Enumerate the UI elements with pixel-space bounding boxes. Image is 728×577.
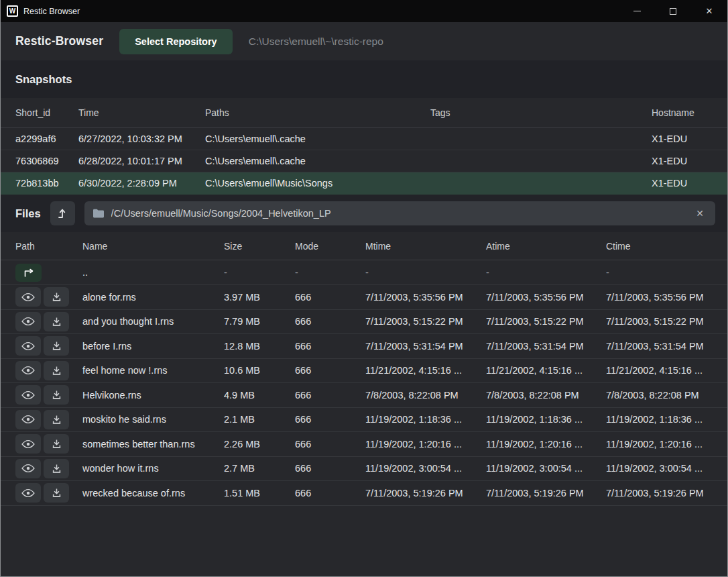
file-mode: 666 <box>295 488 365 499</box>
file-row: moskito he said.rns 2.1 MB 666 11/19/200… <box>1 408 727 433</box>
column-short-id: Short_id <box>15 107 78 118</box>
preview-file-button[interactable] <box>15 434 41 454</box>
file-ctime: 7/11/2003, 5:15:22 PM <box>606 316 713 327</box>
parent-dir-atime: - <box>486 267 606 278</box>
go-to-parent-button[interactable] <box>15 264 42 282</box>
download-file-button[interactable] <box>44 434 69 454</box>
file-mtime: 7/11/2003, 5:15:22 PM <box>365 316 486 327</box>
file-mtime: 7/11/2003, 5:19:26 PM <box>365 488 486 499</box>
preview-file-button[interactable] <box>15 287 41 307</box>
file-atime: 7/11/2003, 5:35:56 PM <box>486 292 606 303</box>
file-ctime: 7/11/2003, 5:31:54 PM <box>606 341 713 352</box>
snapshot-row[interactable]: 76306869 6/28/2022, 10:01:17 PM C:\Users… <box>1 150 727 172</box>
snapshot-row[interactable]: a2299af6 6/27/2022, 10:03:32 PM C:\Users… <box>1 128 727 150</box>
file-atime: 11/19/2002, 1:18:36 ... <box>486 414 606 425</box>
clear-path-button[interactable]: ✕ <box>693 207 707 219</box>
maximize-button[interactable] <box>655 0 691 22</box>
window-title: Restic Browser <box>23 7 80 16</box>
column-ctime: Ctime <box>606 241 713 252</box>
file-ctime: 11/19/2002, 3:00:54 ... <box>606 463 713 474</box>
download-file-button[interactable] <box>44 336 69 356</box>
files-heading: Files <box>15 207 41 220</box>
snapshot-hostname: X1-EDU <box>652 156 713 166</box>
download-icon <box>52 366 62 376</box>
preview-file-button[interactable] <box>15 361 41 380</box>
preview-file-button[interactable] <box>15 336 41 356</box>
repository-path: C:\Users\emuell\~\restic-repo <box>249 36 383 48</box>
parent-dir-mode: - <box>295 267 365 278</box>
eye-icon <box>21 439 35 449</box>
download-file-button[interactable] <box>44 361 69 380</box>
parent-dir-ctime: - <box>606 267 713 278</box>
file-mtime: 11/19/2002, 1:18:36 ... <box>365 414 486 425</box>
eye-icon <box>21 366 35 375</box>
file-name: wonder how it.rns <box>82 463 224 474</box>
file-ctime: 11/19/2002, 1:18:36 ... <box>606 414 713 425</box>
preview-file-button[interactable] <box>15 459 41 478</box>
parent-dir-size: - <box>224 267 295 278</box>
clear-icon: ✕ <box>696 208 704 219</box>
file-ctime: 7/8/2003, 8:22:08 PM <box>606 390 713 401</box>
file-size: 4.9 MB <box>224 390 295 401</box>
app-title: Restic-Browser <box>15 34 103 48</box>
eye-icon <box>21 488 35 498</box>
download-file-button[interactable] <box>44 459 69 478</box>
download-icon <box>52 341 62 351</box>
parent-dir-name: .. <box>82 267 224 278</box>
column-atime: Atime <box>486 241 606 252</box>
app-header: Restic-Browser Select Repository C:\User… <box>1 22 727 60</box>
up-level-button[interactable] <box>50 201 75 225</box>
download-file-button[interactable] <box>44 483 69 503</box>
column-name: Name <box>82 241 224 252</box>
file-size: 1.51 MB <box>224 488 295 499</box>
minimize-icon <box>633 11 641 12</box>
file-name: Helvikone.rns <box>82 390 224 401</box>
snapshot-hostname: X1-EDU <box>652 134 713 144</box>
download-file-button[interactable] <box>44 312 69 331</box>
snapshots-table-body: a2299af6 6/27/2022, 10:03:32 PM C:\Users… <box>1 128 727 195</box>
app-window: W Restic Browser ✕ Restic-Browser Select… <box>0 0 728 577</box>
download-icon <box>52 292 62 302</box>
file-row: before I.rns 12.8 MB 666 7/11/2003, 5:31… <box>1 334 727 359</box>
minimize-button[interactable] <box>619 0 655 22</box>
file-mode: 666 <box>295 365 365 376</box>
preview-file-button[interactable] <box>15 483 41 503</box>
window-controls: ✕ <box>619 0 727 22</box>
download-icon <box>52 390 62 400</box>
close-icon: ✕ <box>706 7 713 15</box>
file-row: Helvikone.rns 4.9 MB 666 7/8/2003, 8:22:… <box>1 383 727 408</box>
preview-file-button[interactable] <box>15 410 41 429</box>
file-name: before I.rns <box>82 341 224 352</box>
file-atime: 11/21/2002, 4:15:16 ... <box>486 365 606 376</box>
file-row: and you thought I.rns 7.79 MB 666 7/11/2… <box>1 310 727 335</box>
download-file-button[interactable] <box>44 287 69 307</box>
current-path-bar[interactable]: /C/Users/emuell/Music/Songs/2004_Helveti… <box>84 201 715 225</box>
file-mtime: 7/11/2003, 5:35:56 PM <box>365 292 486 303</box>
file-mtime: 7/8/2003, 8:22:08 PM <box>365 390 486 401</box>
snapshot-row[interactable]: 72b813bb 6/30/2022, 2:28:09 PM C:\Users\… <box>1 172 727 195</box>
download-file-button[interactable] <box>44 385 69 405</box>
file-mtime: 11/21/2002, 4:15:16 ... <box>365 365 486 376</box>
file-atime: 11/19/2002, 3:00:54 ... <box>486 463 606 474</box>
snapshot-short-id: 72b813bb <box>15 178 78 189</box>
download-file-button[interactable] <box>44 410 69 429</box>
snapshot-paths: C:\Users\emuell\.cache <box>205 134 430 144</box>
download-icon <box>52 317 62 327</box>
file-ctime: 7/11/2003, 5:35:56 PM <box>606 292 713 303</box>
eye-icon <box>21 464 35 473</box>
download-icon <box>52 464 62 474</box>
snapshot-time: 6/30/2022, 2:28:09 PM <box>78 178 205 189</box>
file-mtime: 7/11/2003, 5:31:54 PM <box>365 341 486 352</box>
file-name: alone for.rns <box>82 292 224 303</box>
snapshot-time: 6/27/2022, 10:03:32 PM <box>78 134 205 144</box>
select-repository-button[interactable]: Select Repository <box>119 29 233 54</box>
close-button[interactable]: ✕ <box>691 0 727 22</box>
snapshot-time: 6/28/2022, 10:01:17 PM <box>78 156 205 166</box>
file-ctime: 11/19/2002, 1:20:16 ... <box>606 439 713 450</box>
preview-file-button[interactable] <box>15 312 41 331</box>
current-path-text: /C/Users/emuell/Music/Songs/2004_Helveti… <box>111 208 687 219</box>
file-row: feel home now !.rns 10.6 MB 666 11/21/20… <box>1 359 727 384</box>
file-mtime: 11/19/2002, 3:00:54 ... <box>365 463 486 474</box>
snapshot-short-id: 76306869 <box>15 156 78 166</box>
preview-file-button[interactable] <box>15 385 41 405</box>
